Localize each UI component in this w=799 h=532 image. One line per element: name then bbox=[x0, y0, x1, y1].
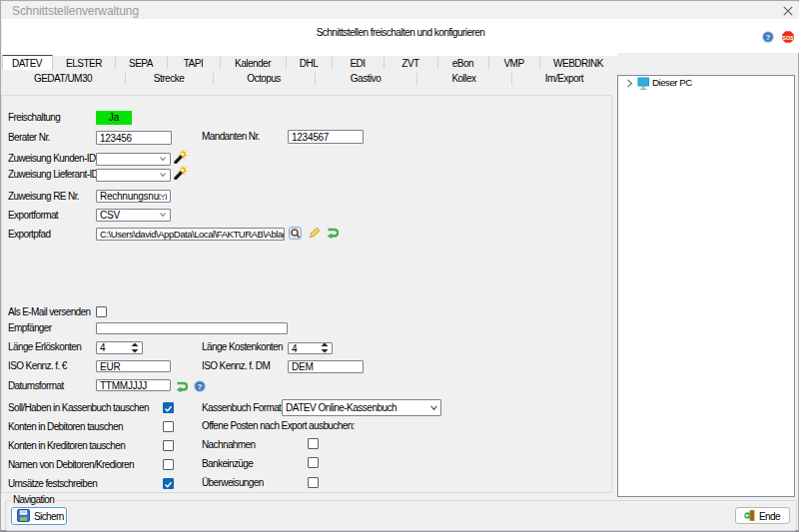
svg-text:?: ? bbox=[766, 33, 771, 42]
svg-text:SOS: SOS bbox=[782, 35, 794, 41]
svg-text:?: ? bbox=[198, 382, 203, 391]
